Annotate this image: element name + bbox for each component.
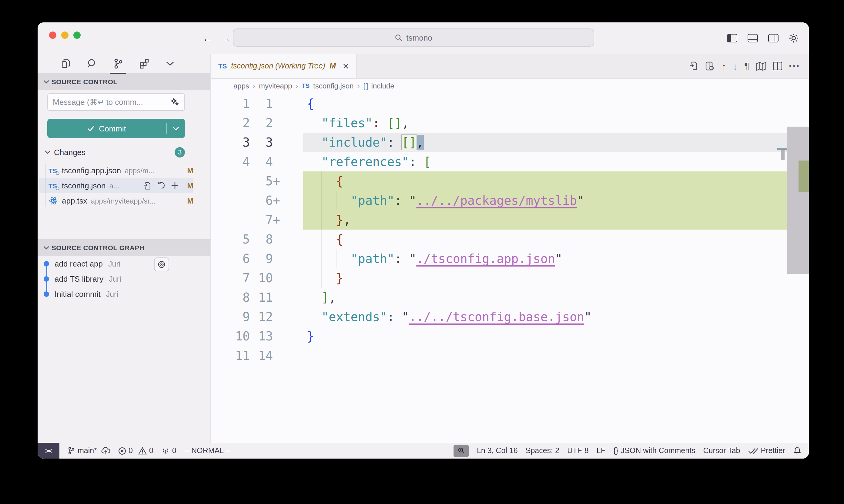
encoding-status-item[interactable]: UTF-8 <box>567 447 589 455</box>
code-line-2[interactable]: 22 "files": [], <box>211 113 809 133</box>
close-tab-icon[interactable]: ✕ <box>343 61 349 71</box>
commit-message-input[interactable]: Message (⌘↵ to comm... <box>47 93 185 111</box>
forward-icon[interactable]: → <box>221 33 231 43</box>
vim-mode-indicator[interactable]: -- NORMAL -- <box>184 447 231 455</box>
overview-ruler-added-mark <box>798 161 809 192</box>
open-file-icon[interactable] <box>143 181 151 190</box>
code-line-5[interactable]: 5+ { <box>211 172 809 191</box>
code-line-3[interactable]: 33 "include": [], <box>211 133 809 152</box>
stage-changes-icon[interactable] <box>171 182 178 190</box>
previous-change-icon[interactable]: ↑ <box>722 61 726 71</box>
minimize-window-button[interactable] <box>61 32 69 39</box>
commit-dropdown-chevron-icon[interactable] <box>167 119 185 138</box>
cursor-tab-status-item[interactable]: Cursor Tab <box>703 447 740 455</box>
commit-head-dot <box>44 261 49 267</box>
toggle-whitespace-icon[interactable]: ¶ <box>744 61 750 71</box>
braces-icon: {} <box>613 447 618 455</box>
discard-changes-icon[interactable] <box>157 182 165 190</box>
cursor-position-status-item[interactable]: Ln 3, Col 16 <box>477 447 518 455</box>
scrollbar-slider[interactable] <box>787 127 809 274</box>
code-line-4[interactable]: 44 "references": [ <box>211 152 809 172</box>
toggle-secondary-sidebar-icon[interactable] <box>768 33 778 43</box>
commit-button-label: Commit <box>99 124 126 133</box>
file-name: tsconfig.json <box>62 181 106 190</box>
search-view-icon[interactable] <box>86 57 98 70</box>
explorer-icon[interactable] <box>59 57 72 70</box>
commit-row-3[interactable]: Initial commitJuri <box>39 287 193 302</box>
split-editor-icon[interactable] <box>773 62 782 70</box>
toggle-panel-icon[interactable] <box>747 33 758 43</box>
ports-status-item[interactable]: 0 <box>161 447 176 455</box>
code-text: { <box>280 230 809 249</box>
original-line-number: 4 <box>211 152 257 172</box>
back-icon[interactable]: ← <box>203 33 213 43</box>
modified-line-number: 9 <box>257 249 280 268</box>
command-center-search[interactable]: tsmono <box>233 29 594 47</box>
scm-file-row-app.tsx[interactable]: app.tsxapps/myviteapp/sr...M <box>39 193 193 209</box>
source-control-graph-header[interactable]: SOURCE CONTROL GRAPH <box>38 239 210 256</box>
error-icon <box>118 447 126 455</box>
zoom-window-button[interactable] <box>73 32 81 39</box>
copilot-sparkle-icon[interactable] <box>170 97 179 107</box>
more-actions-icon[interactable]: ··· <box>789 60 800 71</box>
commit-message: add react app <box>55 259 103 268</box>
additional-views-chevron-icon[interactable] <box>164 57 176 70</box>
code-line-11[interactable]: 811 ], <box>211 288 809 307</box>
breadcrumb-include[interactable]: include <box>371 82 394 90</box>
settings-gear-icon[interactable] <box>788 33 799 43</box>
modified-badge: M <box>187 166 193 175</box>
code-line-6[interactable]: 6+ "path": "../../packages/mytslib" <box>211 191 809 210</box>
encoding: UTF-8 <box>567 447 589 455</box>
zoom-status-item[interactable] <box>454 444 469 457</box>
overview-ruler-selection-mark <box>781 150 785 160</box>
commit-button[interactable]: Commit <box>47 119 185 138</box>
code-line-8[interactable]: 58 { <box>211 230 809 249</box>
code-line-10[interactable]: 710 } <box>211 268 809 288</box>
code-line-1[interactable]: 11{ <box>211 94 809 113</box>
commit-author: Juri <box>109 275 121 283</box>
close-window-button[interactable] <box>49 32 56 39</box>
commit-row-2[interactable]: add TS libraryJuri <box>39 271 193 287</box>
diff-view-toggle-icon[interactable] <box>705 61 715 71</box>
next-change-icon[interactable]: ↓ <box>733 61 737 71</box>
breadcrumb-myviteapp[interactable]: myviteapp <box>259 82 292 90</box>
problems-status-item[interactable]: 0 0 <box>118 447 153 455</box>
remote-indicator[interactable]: >< <box>38 443 59 458</box>
formatter-status-item[interactable]: Prettier <box>748 447 785 455</box>
branch-status-item[interactable]: main* <box>67 447 110 455</box>
breadcrumb-apps[interactable]: apps <box>234 82 249 90</box>
modified-line-number: 10 <box>257 268 280 288</box>
original-line-number: 2 <box>211 113 257 133</box>
typescript-config-file-icon: TS <box>49 167 58 174</box>
changes-section-header[interactable]: Changes 3 <box>38 145 210 159</box>
code-line-7[interactable]: 7+ }, <box>211 210 809 230</box>
indentation-status-item[interactable]: Spaces: 2 <box>526 447 559 455</box>
activity-bar <box>38 54 210 73</box>
tab-tsconfig-working-tree[interactable]: TS tsconfig.json (Working Tree) M ✕ <box>211 54 357 78</box>
check-icon <box>87 125 94 131</box>
source-control-section-header[interactable]: SOURCE CONTROL <box>38 73 210 90</box>
code-line-13[interactable]: 1013} <box>211 326 809 346</box>
original-line-number <box>211 172 257 191</box>
code-line-14[interactable]: 1114 <box>211 346 809 365</box>
minimap-icon[interactable] <box>756 61 767 71</box>
source-control-view-icon[interactable] <box>111 57 124 70</box>
code-line-12[interactable]: 912 "extends": "../../tsconfig.base.json… <box>211 307 809 326</box>
breadcrumb-tsconfig[interactable]: tsconfig.json <box>313 82 354 90</box>
code-line-9[interactable]: 69 "path": "./tsconfig.app.json" <box>211 249 809 268</box>
scm-file-row-tsconfig.app.json[interactable]: TStsconfig.app.jsonapps/m...M <box>39 163 193 178</box>
scm-file-row-tsconfig.json[interactable]: TStsconfig.jsona...M <box>39 178 193 193</box>
code-text: "extends": "../../tsconfig.base.json" <box>280 307 809 326</box>
goto-commit-target-icon[interactable] <box>154 257 169 271</box>
notifications-bell-icon[interactable] <box>793 447 802 455</box>
open-changes-icon[interactable] <box>689 61 699 71</box>
language-mode: JSON with Comments <box>621 447 695 455</box>
eol-status-item[interactable]: LF <box>597 447 605 455</box>
modified-badge: M <box>187 197 193 205</box>
toggle-primary-sidebar-icon[interactable] <box>726 33 737 43</box>
commit-row-1[interactable]: add react appJuri <box>39 256 193 271</box>
language-mode-status-item[interactable]: {} JSON with Comments <box>613 447 695 455</box>
code-text: "references": [ <box>280 152 809 172</box>
code-editor[interactable]: 11{22 "files": [],33 "include": [],44 "r… <box>211 93 809 443</box>
extensions-icon[interactable] <box>138 57 150 70</box>
